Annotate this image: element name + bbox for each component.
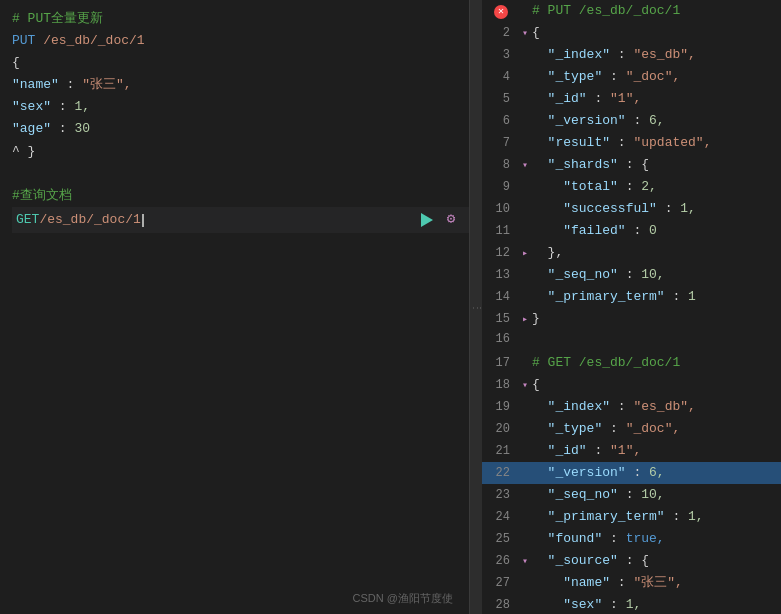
key-token: "_id" [548, 443, 587, 458]
str-token: "张三", [633, 575, 682, 590]
colon: : [51, 118, 74, 140]
comment-text: # PUT全量更新 [12, 8, 103, 30]
fold-gutter[interactable]: ▾ [518, 554, 532, 571]
options-button[interactable]: ⚙ [441, 210, 461, 230]
left-code-editor[interactable]: # PUT全量更新 PUT /es_db/_doc/1 { "name" : "… [0, 0, 469, 241]
list-item: "age" : 30 [12, 118, 469, 140]
str-token: "es_db", [633, 47, 695, 62]
watermark: CSDN @渔阳节度使 [353, 591, 453, 606]
code-text: "_seq_no" : 10, [532, 264, 781, 285]
plain-token: } [532, 311, 540, 326]
key-age: "age" [12, 118, 51, 140]
plain-token [532, 465, 548, 480]
plain-token: : [602, 69, 625, 84]
run-button[interactable] [417, 210, 437, 230]
num-token: 1, [688, 509, 704, 524]
string-value: "张三", [82, 74, 131, 96]
line-number: 28 [482, 596, 518, 614]
plain-token [532, 223, 563, 238]
list-item: { [12, 52, 469, 74]
bool-token: true, [626, 531, 665, 546]
plain-token: : [665, 289, 688, 304]
plain-token: : [626, 223, 649, 238]
line-number: 23 [482, 486, 518, 506]
query-input[interactable]: GET /es_db/_doc/1 [12, 207, 409, 233]
table-row: 10 "successful" : 1, [482, 198, 781, 220]
code-text: # PUT /es_db/_doc/1 [532, 0, 781, 21]
line-number: 5 [482, 90, 518, 110]
table-row: 11 "failed" : 0 [482, 220, 781, 242]
fold-gutter[interactable]: ▾ [518, 26, 532, 43]
plain-token: : [602, 597, 625, 612]
panel-divider[interactable]: ⋮ [470, 0, 482, 614]
table-row: 13 "_seq_no" : 10, [482, 264, 781, 286]
left-panel: # PUT全量更新 PUT /es_db/_doc/1 { "name" : "… [0, 0, 470, 614]
fold-gutter[interactable]: ▾ [518, 158, 532, 175]
num-token: 1 [688, 289, 696, 304]
plain-token: : [657, 201, 680, 216]
plain-token: : [618, 267, 641, 282]
code-text: "found" : true, [532, 528, 781, 549]
plain-token [532, 597, 563, 612]
code-text: } [532, 308, 781, 329]
table-row: 16 [482, 330, 781, 352]
key-token: "_seq_no" [548, 487, 618, 502]
line-number: ✕ [482, 2, 518, 22]
key-token: "_id" [548, 91, 587, 106]
plain-token [532, 135, 548, 150]
num-token: 10, [641, 487, 664, 502]
num-token: 1, [680, 201, 696, 216]
line-number: 12 [482, 244, 518, 264]
plain-token: : [610, 399, 633, 414]
query-bar[interactable]: GET /es_db/_doc/1 ⚙ [12, 207, 469, 233]
list-item: # PUT全量更新 [12, 8, 469, 30]
fold-gutter[interactable]: ▾ [518, 378, 532, 395]
num-token: 1, [626, 597, 642, 612]
table-row: 5 "_id" : "1", [482, 88, 781, 110]
num-token: 10, [641, 267, 664, 282]
table-row: 3 "_index" : "es_db", [482, 44, 781, 66]
key-token: "found" [548, 531, 603, 546]
divider-handle: ⋮ [471, 303, 481, 311]
plain-token: : { [618, 157, 649, 172]
plain-token [532, 179, 563, 194]
table-row: 17# GET /es_db/_doc/1 [482, 352, 781, 374]
line-number: 14 [482, 288, 518, 308]
fold-gutter[interactable]: ▸ [518, 246, 532, 263]
num-token: 2, [641, 179, 657, 194]
plain-token: : [618, 179, 641, 194]
num-token: 6, [649, 465, 665, 480]
key-token: "_primary_term" [548, 289, 665, 304]
key-name: "name" [12, 74, 59, 96]
table-row: 20 "_type" : "_doc", [482, 418, 781, 440]
table-row: 7 "result" : "updated", [482, 132, 781, 154]
number-value: 1, [74, 96, 90, 118]
str-token: "1", [610, 443, 641, 458]
str-token: "_doc", [626, 69, 681, 84]
plain-token [532, 509, 548, 524]
line-number: 9 [482, 178, 518, 198]
code-text: "_index" : "es_db", [532, 44, 781, 65]
fold-gutter[interactable]: ▸ [518, 312, 532, 329]
line-number: 7 [482, 134, 518, 154]
plain-token [532, 157, 548, 172]
plain-token [532, 421, 548, 436]
brace-close: ^ } [12, 141, 35, 163]
plain-token: : [626, 113, 649, 128]
key-token: "_source" [548, 553, 618, 568]
list-item: #查询文档 [12, 185, 469, 207]
code-text: "result" : "updated", [532, 132, 781, 153]
plain-token: : [587, 443, 610, 458]
line-number: 22 [482, 464, 518, 484]
table-row: 27 "name" : "张三", [482, 572, 781, 594]
right-code-content: ✕# PUT /es_db/_doc/12▾{3 "_index" : "es_… [482, 0, 781, 614]
plain-token: : [610, 47, 633, 62]
plain-token: : [602, 531, 625, 546]
right-panel: ✕# PUT /es_db/_doc/12▾{3 "_index" : "es_… [482, 0, 781, 614]
plain-token [532, 553, 548, 568]
table-row: 19 "_index" : "es_db", [482, 396, 781, 418]
str-token: "es_db", [633, 399, 695, 414]
plain-token [532, 531, 548, 546]
plain-token: : [610, 575, 633, 590]
comment-token: # PUT /es_db/_doc/1 [532, 3, 680, 18]
